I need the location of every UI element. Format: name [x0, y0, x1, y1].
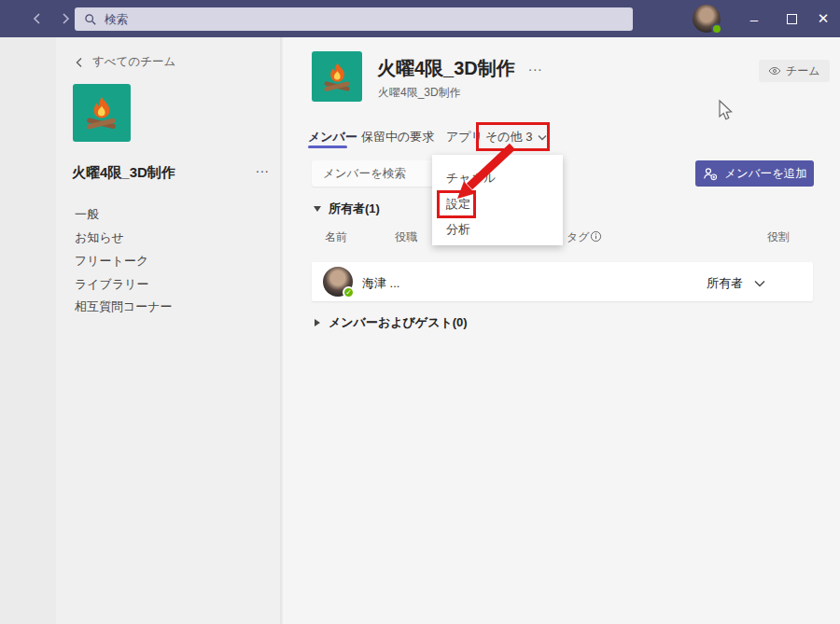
collapse-triangle-icon	[314, 206, 321, 212]
members-guests-section-header[interactable]: メンバーおよびゲスト(0)	[315, 314, 468, 331]
active-tab-underline	[308, 146, 347, 148]
tab-members[interactable]: メンバー	[308, 129, 357, 146]
search-icon	[84, 13, 97, 26]
menu-item-analytics[interactable]: 分析	[446, 221, 470, 238]
team-more-options[interactable]: ...	[256, 160, 270, 175]
badge-label: チーム	[786, 63, 820, 79]
chevron-left-icon	[75, 57, 84, 68]
close-button[interactable]: ✕	[805, 0, 840, 37]
channel-item-qa-corner[interactable]: 相互質問コーナー	[75, 298, 173, 315]
person-add-icon	[702, 166, 718, 181]
global-search-input[interactable]	[105, 13, 590, 26]
mouse-cursor	[715, 99, 735, 123]
maximize-icon	[787, 14, 797, 24]
back-icon[interactable]	[30, 11, 45, 26]
title-bar: – ✕	[0, 0, 840, 37]
team-header-avatar	[312, 51, 362, 102]
all-teams-back-link[interactable]: すべてのチーム	[75, 54, 175, 70]
campfire-icon	[82, 93, 121, 132]
tab-pending-requests[interactable]: 保留中の要求	[361, 129, 434, 146]
eye-icon	[768, 65, 781, 76]
global-search-box[interactable]	[75, 7, 633, 31]
channel-item-announcements[interactable]: お知らせ	[75, 229, 124, 246]
annotation-arrow	[425, 138, 527, 205]
app-rail	[0, 37, 56, 624]
all-teams-label: すべてのチーム	[92, 54, 175, 70]
channel-item-general[interactable]: 一般	[75, 206, 99, 223]
column-header-name: 名前	[325, 229, 347, 245]
owners-label: 所有者	[329, 201, 365, 215]
owners-count: (1)	[365, 201, 380, 215]
team-subtitle: 火曜4限_3D制作	[378, 85, 461, 101]
channel-item-freetalk[interactable]: フリートーク	[75, 253, 148, 270]
panel-divider	[280, 37, 283, 624]
presence-available-icon	[711, 23, 722, 35]
add-member-label: メンバーを追加	[724, 166, 807, 182]
members-guests-count: (0)	[453, 315, 468, 329]
sidebar-team-name[interactable]: 火曜4限_3D制作	[72, 164, 175, 182]
member-row[interactable]: ✓ 海津 ... 所有者	[312, 262, 813, 301]
member-name: 海津 ...	[362, 275, 399, 292]
column-header-job: 役職	[395, 229, 417, 245]
user-avatar[interactable]	[693, 5, 721, 33]
expand-triangle-icon	[315, 319, 320, 326]
column-header-tags: タグ	[567, 229, 590, 245]
minimize-button[interactable]: –	[735, 0, 773, 37]
member-role-dropdown[interactable]: 所有者	[707, 275, 765, 292]
team-avatar-campfire[interactable]	[73, 84, 131, 142]
team-page-title: 火曜4限_3D制作	[377, 56, 515, 81]
member-role-label: 所有者	[707, 275, 743, 292]
chevron-down-icon	[754, 280, 765, 287]
member-avatar: ✓	[323, 267, 353, 297]
presence-check-icon: ✓	[343, 286, 355, 298]
info-icon[interactable]	[590, 229, 602, 246]
column-header-role: 役割	[767, 229, 790, 245]
add-member-button[interactable]: メンバーを追加	[695, 160, 814, 187]
channel-item-library[interactable]: ライブラリー	[75, 276, 149, 293]
owners-section-header[interactable]: 所有者(1)	[314, 201, 380, 217]
title-more-options[interactable]: ...	[528, 58, 543, 74]
forward-icon[interactable]	[58, 11, 73, 26]
campfire-icon	[320, 60, 355, 94]
team-privacy-badge: チーム	[759, 60, 830, 82]
teams-app-window: – ✕ アクティビティ チャット チーム 課題 カレンダー	[0, 0, 840, 624]
members-guests-label: メンバーおよびゲスト	[329, 315, 453, 329]
